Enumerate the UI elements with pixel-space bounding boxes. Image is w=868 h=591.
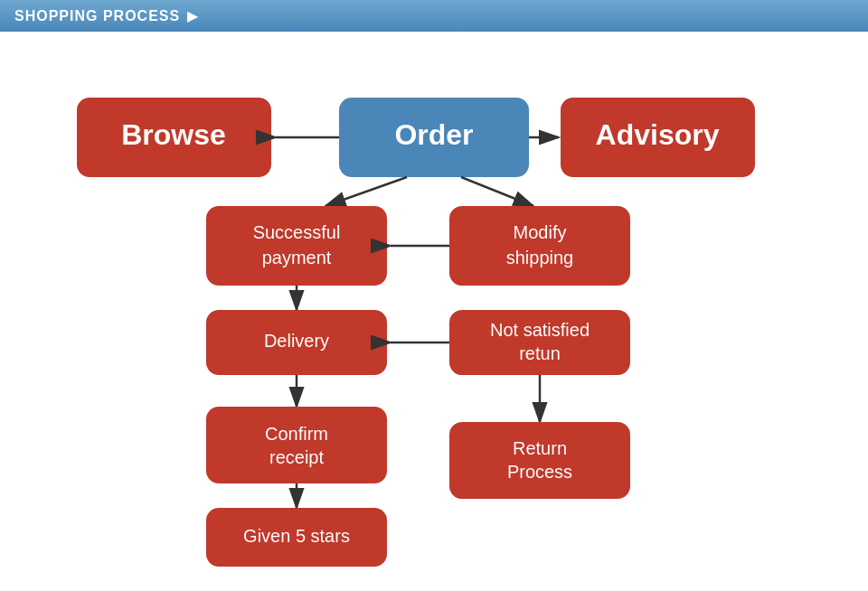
order-label: Order [394, 118, 473, 151]
not-satisfied-label-2: retun [519, 343, 561, 363]
payment-label-1: Successful [253, 222, 341, 242]
arrow-order-payment [326, 177, 407, 206]
header-arrow: ▶ [187, 7, 198, 24]
diagram-area: Browse Order Advisory Successful payment… [0, 32, 868, 583]
return-label-1: Return [513, 438, 567, 458]
modify-node [449, 206, 630, 286]
not-satisfied-label-1: Not satisfied [490, 320, 590, 340]
modify-label-2: shipping [506, 248, 574, 267]
flow-diagram: Browse Order Advisory Successful payment… [0, 32, 868, 583]
return-node [449, 422, 630, 499]
payment-label-2: payment [262, 248, 332, 267]
return-label-2: Process [507, 462, 572, 482]
page-header: SHOPPING PROCESS ▶ [0, 0, 868, 32]
page-title: SHOPPING PROCESS [14, 8, 180, 24]
browse-label: Browse [121, 118, 226, 151]
stars-label: Given 5 stars [243, 526, 350, 546]
confirm-label-2: receipt [269, 447, 324, 467]
payment-node [206, 206, 387, 286]
arrow-order-modify [461, 177, 533, 206]
confirm-node [206, 407, 387, 483]
modify-label-1: Modify [514, 222, 567, 242]
delivery-label: Delivery [264, 331, 329, 351]
advisory-label: Advisory [596, 118, 720, 151]
confirm-label-1: Confirm [265, 424, 328, 444]
